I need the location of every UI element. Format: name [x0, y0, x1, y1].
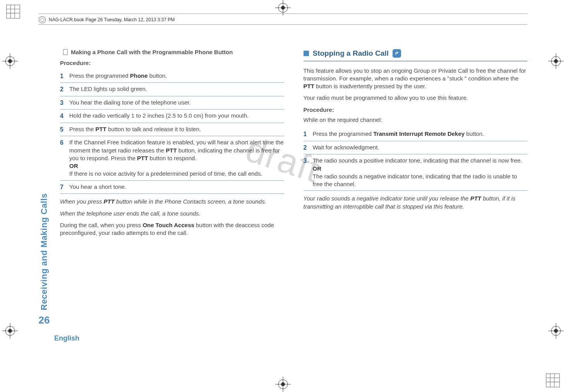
- step-number: 1: [60, 72, 65, 80]
- step: 3You hear the dialing tone of the teleph…: [60, 96, 284, 110]
- page-number: 26: [39, 314, 50, 326]
- header-rule: [39, 24, 527, 25]
- color-grid-icon: [5, 4, 21, 19]
- step: 2The LED lights up solid green.: [60, 83, 284, 96]
- step: 6If the Channel Free Indication feature …: [60, 136, 284, 180]
- step-body: Wait for acknowledgment.: [313, 144, 528, 151]
- content: Making a Phone Call with the Programmabl…: [60, 48, 527, 334]
- registration-mark-icon: [2, 53, 18, 69]
- intro-text: This feature allows you to stop an ongoi…: [304, 67, 528, 102]
- registration-mark-icon: [548, 323, 564, 339]
- step-number: 3: [60, 99, 65, 107]
- paragraph: When the telephone user ends the call, a…: [60, 210, 284, 217]
- step-number: 3: [304, 157, 309, 165]
- step-body: Press the PTT button to talk and release…: [69, 125, 284, 133]
- step-number: 5: [60, 125, 65, 134]
- step: 4Hold the radio vertically 1 to 2 inches…: [60, 110, 284, 123]
- right-column: Stopping a Radio Call This feature allow…: [304, 48, 528, 334]
- step-body: If the Channel Free Indication feature i…: [69, 139, 284, 178]
- procedure-label: Procedure:: [60, 59, 284, 67]
- step: 3The radio sounds a positive indicator t…: [304, 154, 528, 191]
- paragraph: This feature allows you to stop an ongoi…: [304, 67, 528, 91]
- left-column: Making a Phone Call with the Programmabl…: [60, 48, 284, 334]
- header: NAG-LACR.book Page 26 Tuesday, March 12,…: [39, 16, 527, 23]
- registration-mark-icon: [548, 53, 564, 69]
- step-body: The LED lights up solid green.: [69, 85, 284, 93]
- section-label: Receiving and Making Calls: [39, 128, 49, 310]
- page: NAG-LACR.book Page 26 Tuesday, March 12,…: [0, 0, 566, 392]
- step: 2Wait for acknowledgment.: [304, 141, 528, 155]
- registration-mark-icon: [275, 377, 291, 392]
- procedure-label: Procedure:: [304, 106, 528, 114]
- heading-rule: [304, 61, 528, 62]
- language-label: English: [54, 334, 79, 342]
- step-body: You hear the dialing tone of the telepho…: [69, 99, 284, 106]
- step: 7You hear a short tone.: [60, 181, 284, 194]
- ring-icon: [39, 16, 46, 23]
- color-grid-icon: [545, 373, 561, 388]
- registration-mark-icon: [2, 323, 18, 339]
- paragraph: When you press PTT button while in the P…: [60, 198, 284, 205]
- document-icon: [63, 49, 68, 55]
- steps-list: 1Press the programmed Transmit Interrupt…: [304, 128, 528, 191]
- procedure-subtext: While on the required channel:: [304, 116, 528, 124]
- svg-rect-24: [7, 5, 20, 19]
- step-body: Press the programmed Transmit Interrupt …: [313, 130, 528, 138]
- registration-mark-icon: [275, 0, 291, 15]
- step-number: 2: [60, 85, 65, 94]
- paragraph: Your radio must be programmed to allow y…: [304, 94, 528, 102]
- steps-list: 1Press the programmed Phone button.2The …: [60, 70, 284, 194]
- step-number: 6: [60, 139, 65, 147]
- section-title: Stopping a Radio Call: [313, 48, 389, 58]
- step-body: Hold the radio vertically 1 to 2 inches …: [69, 112, 284, 120]
- book-info: NAG-LACR.book Page 26 Tuesday, March 12,…: [49, 17, 175, 22]
- square-bullet-icon: [304, 51, 309, 56]
- paragraph: Your radio sounds a negative indicator t…: [304, 195, 528, 211]
- step-number: 2: [304, 144, 309, 152]
- svg-rect-29: [546, 374, 560, 387]
- step: 5Press the PTT button to talk and releas…: [60, 123, 284, 137]
- step: 1Press the programmed Transmit Interrupt…: [304, 128, 528, 141]
- step-number: 7: [60, 183, 65, 192]
- step-number: 4: [60, 112, 65, 120]
- subsection-title: Making a Phone Call with the Programmabl…: [71, 48, 233, 56]
- step-body: The radio sounds a positive indicator to…: [313, 157, 528, 188]
- after-steps-text: Your radio sounds a negative indicator t…: [304, 195, 528, 211]
- step-number: 1: [304, 130, 309, 139]
- header-rule: [39, 14, 527, 14]
- step: 1Press the programmed Phone button.: [60, 70, 284, 83]
- sidebar: Receiving and Making Calls 26: [36, 128, 53, 326]
- subsection-heading: Making a Phone Call with the Programmabl…: [60, 48, 284, 56]
- paragraph: During the call, when you press One Touc…: [60, 221, 284, 237]
- step-body: You hear a short tone.: [69, 183, 284, 191]
- step-body: Press the programmed Phone button.: [69, 72, 284, 80]
- section-heading: Stopping a Radio Call: [304, 48, 528, 58]
- after-steps-text: When you press PTT button while in the P…: [60, 198, 284, 237]
- feature-badge-icon: [393, 49, 401, 58]
